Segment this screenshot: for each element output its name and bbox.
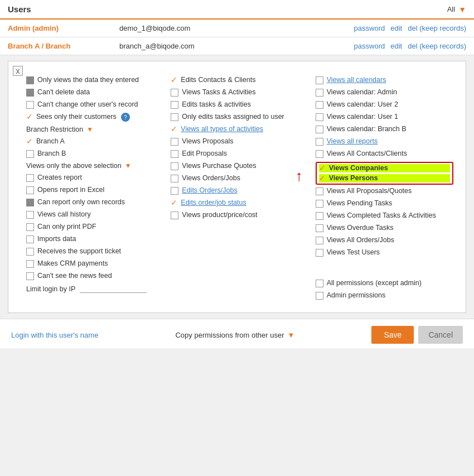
copy-permissions-arrow[interactable]: ▼ <box>288 331 295 339</box>
check-views-companies[interactable]: ✓ <box>319 164 326 172</box>
checkbox-call-history[interactable] <box>26 211 34 219</box>
perm-opens-excel: Opens report in Excel <box>26 186 164 194</box>
branch-del-link[interactable]: del (keep records) <box>408 42 466 50</box>
checkbox-all-except-admin[interactable] <box>316 280 323 287</box>
checkbox-opens-excel[interactable] <box>26 186 34 194</box>
checkbox-edits-orders[interactable] <box>171 187 178 195</box>
help-icon-sees-only[interactable]: ? <box>121 113 130 122</box>
link-edits-orders[interactable]: Edits Orders/Jobs <box>182 186 237 194</box>
limit-login-input[interactable] <box>80 285 147 293</box>
checkbox-cal-admin[interactable] <box>316 89 323 97</box>
checkbox-creates-report[interactable] <box>26 174 34 182</box>
perm-label-only-views: Only views the data they entered <box>37 76 139 84</box>
save-button[interactable]: Save <box>371 326 414 344</box>
perm-label-cal-admin: Views calendar: Admin <box>327 88 397 96</box>
checkbox-admin-permissions[interactable] <box>316 292 323 300</box>
user-name-branch[interactable]: Branch A / Branch <box>8 42 108 50</box>
filter-dropdown-icon[interactable]: ▼ <box>458 5 466 14</box>
admin-password-link[interactable]: password <box>354 24 385 32</box>
bottom-perms: All permissions (except admin) Admin per… <box>316 279 453 300</box>
checkbox-views-product[interactable] <box>171 211 178 219</box>
check-views-persons[interactable]: ✓ <box>319 174 326 182</box>
perm-edits-orders: Edits Orders/Jobs <box>171 186 308 195</box>
cancel-button[interactable]: Cancel <box>418 326 463 344</box>
perm-label-views-test-users: Views Test Users <box>327 248 380 256</box>
checkbox-cal-user1[interactable] <box>316 113 323 121</box>
checkbox-cant-change[interactable] <box>26 101 34 109</box>
checkbox-views-all-orders[interactable] <box>316 237 323 244</box>
checkbox-views-proposals[interactable] <box>171 138 178 146</box>
perm-views-all-proposals: Views All Proposals/Quotes <box>316 187 453 195</box>
checkbox-edits-assigned[interactable] <box>171 113 178 121</box>
perm-label-views-all-contacts: Views All Contacts/Clients <box>327 150 407 157</box>
perm-views-proposals: Views Proposals <box>171 137 308 146</box>
admin-edit-link[interactable]: edit <box>390 24 402 32</box>
checkbox-cal-user2[interactable] <box>316 101 323 109</box>
perm-cal-admin: Views calendar: Admin <box>316 88 453 97</box>
perm-label-opens-excel: Opens report in Excel <box>37 186 104 194</box>
close-button[interactable]: x <box>13 66 23 76</box>
perm-label-views-all-orders: Views All Orders/Jobs <box>327 236 394 244</box>
check-views-all-activities[interactable]: ✓ <box>171 124 177 133</box>
perm-news-feed: Can't see the news feed <box>26 272 164 280</box>
perm-support-ticket: Receives the support ticket <box>26 247 164 256</box>
checkbox-support-ticket[interactable] <box>26 248 34 256</box>
checkbox-views-completed-tasks[interactable] <box>316 212 323 220</box>
perm-views-persons: ✓ Views Persons <box>319 174 450 182</box>
link-views-all-activities[interactable]: Views all types of activities <box>181 125 263 133</box>
check-edits-contacts[interactable]: ✓ <box>171 75 177 84</box>
user-email-branch: branch_a@biqode.com <box>119 42 343 50</box>
perm-label-crm-payments: Makes CRM payments <box>37 259 108 267</box>
checkbox-views-purchase[interactable] <box>171 162 178 170</box>
filled-checkbox-cant-delete[interactable] <box>26 89 34 97</box>
page-title: Users <box>8 4 31 14</box>
checkbox-views-all-reports[interactable] <box>316 138 323 146</box>
copy-permissions-label: Copy permissions from other user <box>175 331 284 339</box>
perm-label-creates-report: Creates report <box>37 174 82 181</box>
checkbox-views-all-cal[interactable] <box>316 76 323 84</box>
perm-views-all-cal: Views all calendars <box>316 76 453 84</box>
admin-del-link[interactable]: del (keep records) <box>408 24 466 32</box>
views-only-section: Views only the above selection ▼ <box>26 162 164 170</box>
branch-edit-link[interactable]: edit <box>390 42 402 50</box>
link-edits-order-status[interactable]: Edits order/job status <box>181 199 246 206</box>
action-buttons: Save Cancel <box>371 326 463 344</box>
link-views-all-cal[interactable]: Views all calendars <box>327 76 386 84</box>
perm-call-history: Views call history <box>26 210 164 219</box>
perm-label-edit-proposals: Edit Proposals <box>182 150 227 157</box>
login-with-user-link[interactable]: Login with this user's name <box>11 331 98 339</box>
user-name-admin[interactable]: Admin (admin) <box>8 24 108 32</box>
checkbox-views-orders[interactable] <box>171 175 178 182</box>
permissions-modal: x Only views the data they entered Can't… <box>8 61 466 313</box>
perm-cal-user1: Views calendar: User 1 <box>316 113 453 121</box>
filled-checkbox-only-views[interactable] <box>26 76 34 84</box>
checkbox-views-tasks[interactable] <box>171 89 178 97</box>
branch-password-link[interactable]: password <box>354 42 385 50</box>
link-views-all-reports[interactable]: Views all reports <box>327 137 378 145</box>
checkbox-branch-b[interactable] <box>26 150 34 158</box>
checkbox-imports-data[interactable] <box>26 235 34 243</box>
views-only-arrow[interactable]: ▼ <box>125 162 132 170</box>
checkbox-views-test-users[interactable] <box>316 249 323 257</box>
branch-restriction-arrow[interactable]: ▼ <box>86 126 93 133</box>
checkbox-crm-payments[interactable] <box>26 260 34 268</box>
checkbox-edits-tasks[interactable] <box>171 101 178 109</box>
checkbox-views-pending-tasks[interactable] <box>316 200 323 208</box>
checkbox-news-feed[interactable] <box>26 272 34 280</box>
perm-report-own: Can report only own records <box>26 198 164 206</box>
perm-creates-report: Creates report <box>26 174 164 182</box>
checkbox-views-all-contacts[interactable] <box>316 150 323 158</box>
filled-checkbox-report-own[interactable] <box>26 199 34 206</box>
check-sees-only[interactable]: ✓ <box>26 112 33 121</box>
perm-sees-only: ✓ Sees only their customers ? <box>26 113 164 122</box>
perm-cal-branch-b: Views calendar: Branch B <box>316 125 453 133</box>
check-edits-order-status[interactable]: ✓ <box>171 198 177 207</box>
check-branch-a[interactable]: ✓ <box>26 137 33 146</box>
checkbox-views-overdue-tasks[interactable] <box>316 224 323 232</box>
perm-edits-tasks: Edits tasks & activities <box>171 100 308 109</box>
checkbox-print-pdf[interactable] <box>26 223 34 231</box>
checkbox-cal-branch-b[interactable] <box>316 126 323 133</box>
checkbox-edit-proposals[interactable] <box>171 150 178 158</box>
checkbox-views-all-proposals[interactable] <box>316 187 323 195</box>
perm-label-views-product: Views product/price/cost <box>182 211 257 219</box>
